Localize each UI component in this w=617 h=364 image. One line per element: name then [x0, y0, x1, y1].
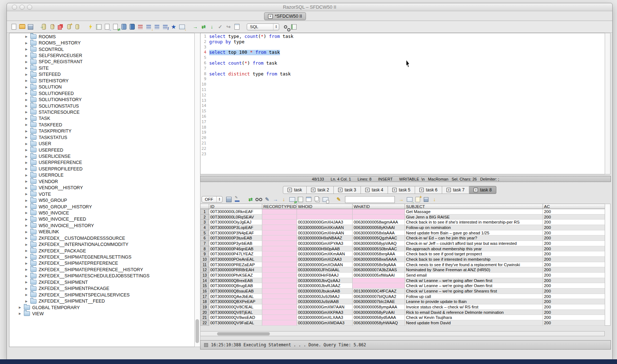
table-cell[interactable]: 200 — [543, 278, 605, 283]
table-cell[interactable]: 200 — [543, 299, 605, 304]
table-cell[interactable] — [353, 209, 405, 214]
new-file-icon[interactable] — [10, 23, 17, 30]
row-number[interactable]: 15 — [200, 283, 209, 289]
disclosure-triangle-icon[interactable]: ▶ — [25, 205, 30, 208]
column-header-ac[interactable]: AC — [543, 204, 605, 209]
table-cell[interactable]: 00T3000000L0RknEAF — [209, 209, 262, 214]
table-cell[interactable]: 00630000007A3bZAAS — [353, 267, 405, 273]
row-number[interactable]: 10 — [200, 257, 209, 262]
tree-item-staticresource[interactable]: ▶STATICRESOURCE — [9, 109, 194, 115]
row-number-header[interactable] — [200, 204, 209, 209]
grid-horizontal-scrollbar[interactable] — [200, 331, 605, 336]
close-tab-icon[interactable]: × — [365, 188, 370, 192]
row-number[interactable]: 4 — [200, 225, 209, 230]
results-tab-task[interactable]: ×task — [283, 186, 307, 194]
table-cell[interactable]: 200 — [543, 262, 605, 268]
save-results-icon[interactable] — [225, 196, 232, 203]
table-cell[interactable]: 006300000058wgmAAA — [353, 220, 405, 225]
tree-item-vendor[interactable]: ▶VENDOR — [9, 178, 194, 185]
connect-icon[interactable] — [40, 23, 47, 30]
table-cell[interactable] — [262, 278, 297, 283]
search-results-input[interactable] — [345, 196, 395, 203]
disclosure-triangle-icon[interactable]: ▶ — [25, 274, 30, 278]
stepper-icon[interactable]: ▲▼ — [216, 196, 222, 202]
table-cell[interactable]: 0033000000GmXHnAAN — [297, 230, 353, 236]
row-number[interactable]: 7 — [200, 241, 209, 246]
tree-item-sitefeed[interactable]: ▶SITEFEED — [9, 72, 194, 78]
sql-mode-select[interactable]: SQL ▲▼ — [247, 23, 279, 30]
table-cell[interactable]: 200 — [543, 304, 605, 310]
table-cell[interactable]: 006300000058yKhAAI — [353, 225, 405, 230]
table-cell[interactable]: 200 — [543, 315, 605, 320]
table-cell[interactable] — [262, 304, 297, 310]
refresh-pages-icon[interactable] — [112, 23, 119, 30]
title-bar[interactable]: RazorSQL – SFDCW50 II — [7, 3, 612, 11]
tree-item-userpreference[interactable]: ▶USERPREFERENCE — [9, 160, 194, 166]
table-cell[interactable]: Send email — [405, 273, 543, 278]
tree-item-taskstatus[interactable]: ▶TASKSTATUS — [9, 134, 194, 140]
column-header-id[interactable]: ID — [209, 204, 262, 209]
table-cell[interactable]: Check back to see if good target prospec… — [405, 251, 543, 257]
close-tab-icon[interactable]: × — [446, 188, 451, 192]
table-cell[interactable]: 200 — [543, 220, 605, 225]
disclosure-triangle-icon[interactable]: ▶ — [25, 48, 30, 51]
table-cell[interactable]: 0033000000JbukoAAB — [297, 289, 353, 294]
table-cell[interactable] — [262, 220, 297, 225]
disclosure-triangle-icon[interactable]: ▶ — [25, 35, 30, 38]
disclosure-triangle-icon[interactable]: ▶ — [25, 180, 30, 183]
view-file-icon[interactable] — [233, 23, 240, 30]
disclosure-triangle-icon[interactable]: ▶ — [25, 224, 30, 227]
table-cell[interactable]: 0033000000GmXOiAAN — [297, 262, 353, 268]
copy-results-icon[interactable] — [314, 196, 320, 203]
tree-item-w50-invoice[interactable]: ▶W50_INVOICE — [9, 210, 194, 216]
describe-table-icon[interactable] — [290, 23, 297, 30]
table-cell[interactable]: Check back to see if interested in membe… — [405, 257, 543, 262]
disclosure-triangle-icon[interactable]: ▶ — [25, 199, 30, 202]
row-number[interactable]: 20 — [200, 310, 209, 315]
sql-editor[interactable]: 1select type, count(*) from task2group b… — [200, 33, 605, 174]
close-tab-icon[interactable]: × — [419, 188, 424, 192]
disclosure-triangle-icon[interactable]: ▶ — [25, 54, 30, 57]
table-cell[interactable]: 200 — [543, 310, 605, 315]
tree-item-site[interactable]: ▶SITE — [9, 65, 194, 71]
disclosure-triangle-icon[interactable]: ▶ — [25, 136, 30, 139]
table-cell[interactable] — [262, 283, 297, 289]
table-cell[interactable] — [262, 320, 297, 326]
tree-item-solutionfeed[interactable]: ▶SOLUTIONFEED — [9, 90, 194, 96]
save-file-icon[interactable] — [27, 23, 34, 30]
disclosure-triangle-icon[interactable]: ▶ — [25, 142, 30, 146]
disclosure-triangle-icon[interactable]: ▶ — [25, 186, 30, 190]
disclosure-triangle-icon[interactable]: ▶ — [25, 281, 30, 284]
disclosure-triangle-icon[interactable]: ▶ — [25, 249, 30, 252]
row-number[interactable]: 2 — [200, 214, 209, 220]
table-cell[interactable]: 200 — [543, 294, 605, 299]
table-cell[interactable]: Need update from Bain – gave go ahead 1/… — [405, 230, 543, 236]
table-cell[interactable]: 200 — [543, 214, 605, 220]
table-cell[interactable]: Give Jenn a BIG RAISE — [405, 214, 543, 220]
tree-item-zkfedex-shipment-feed[interactable]: ▶ZKFEDEX__SHIPMENT__FEED — [9, 298, 194, 304]
reload-table-icon[interactable] — [289, 196, 295, 203]
disclosure-triangle-icon[interactable]: ▶ — [25, 268, 30, 271]
table-cell[interactable]: 200 — [543, 241, 605, 246]
results-tab-task-2[interactable]: ×task 2 — [307, 186, 334, 194]
disclosure-triangle-icon[interactable]: ▶ — [25, 237, 30, 240]
column-header-recordtypeid[interactable]: RECORDTYPEID — [262, 204, 297, 209]
tree-scrollbar-thumb[interactable] — [195, 319, 199, 343]
table-cell[interactable]: 00T3000000P3tuvEAB — [209, 235, 262, 241]
tree-item-rooms[interactable]: ▶ROOMS — [9, 34, 194, 40]
view-row-icon[interactable] — [255, 196, 262, 203]
table-cell[interactable]: 0033000000GmXM7AAN — [297, 304, 353, 310]
table-cell[interactable]: 00T3000000P3N4pEAF — [209, 230, 262, 236]
tree-item-solution[interactable]: ▶SOLUTION — [9, 84, 194, 90]
disclosure-triangle-icon[interactable]: ▶ — [19, 306, 23, 309]
go-forward-icon[interactable]: → — [192, 23, 199, 30]
table-cell[interactable]: Check w/ Leanne – we're going after Owen… — [405, 283, 543, 289]
row-number[interactable]: 22 — [200, 320, 209, 326]
table-cell[interactable]: 200 — [543, 235, 605, 241]
tree-item-w50-group-history[interactable]: ▶W50_GROUP__HISTORY — [9, 204, 194, 210]
disclosure-triangle-icon[interactable]: ▶ — [25, 110, 30, 114]
table-cell[interactable]: 00T3000000Q8rexEAB — [209, 278, 262, 283]
table-cell[interactable] — [297, 214, 353, 220]
table-cell[interactable]: 200 — [543, 283, 605, 289]
tree-item-zkfedex-shipmatescheduledjobssettings[interactable]: ▶ZKFEDEX__SHIPMATESCHEDULEDJOBSSETTINGS — [9, 273, 194, 279]
